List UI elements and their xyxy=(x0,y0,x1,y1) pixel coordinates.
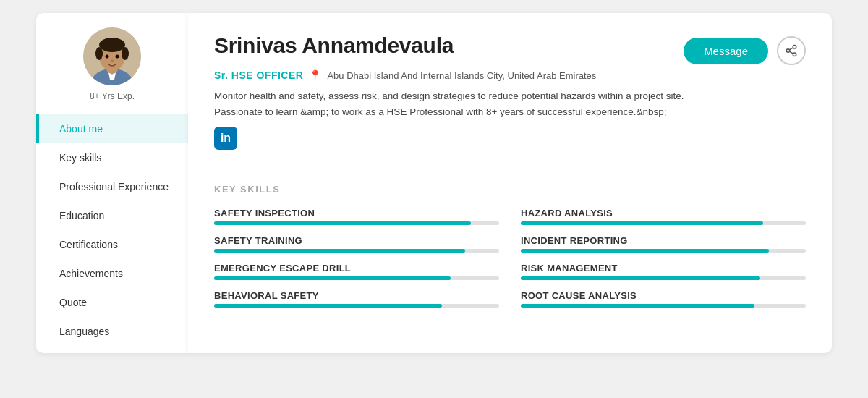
skill-bar-bg xyxy=(521,221,806,225)
svg-point-8 xyxy=(106,55,109,59)
skill-bar-fill xyxy=(214,276,451,280)
skills-section: KEY SKILLS SAFETY INSPECTION Hazard Anal… xyxy=(188,166,832,325)
skill-bar-bg xyxy=(214,276,499,280)
skills-section-title: KEY SKILLS xyxy=(214,184,806,195)
skill-bar-fill xyxy=(521,276,760,280)
profile-location: Abu Dhabi Island And Internal Islands Ci… xyxy=(327,70,596,81)
location-icon: 📍 xyxy=(309,69,321,81)
skill-name: Hazard Analysis xyxy=(521,208,806,219)
skill-item: Emergency Escape Drill xyxy=(214,263,499,280)
profile-top: Srinivas Annamdevaula Message xyxy=(214,33,806,65)
skill-bar-bg xyxy=(214,221,499,225)
sidebar-item-certifications[interactable]: Certifications xyxy=(36,230,188,259)
main-content: Srinivas Annamdevaula Message Sr. HSE OF… xyxy=(188,13,832,353)
skill-name: Risk Management xyxy=(521,263,806,274)
exp-label: 8+ Yrs Exp. xyxy=(90,91,135,101)
svg-point-13 xyxy=(793,53,796,56)
skill-name: Emergency Escape Drill xyxy=(214,263,499,274)
skill-item: Hazard Analysis xyxy=(521,208,806,225)
profile-bio: Monitor health and safety, assess risk, … xyxy=(214,88,706,119)
svg-point-7 xyxy=(122,47,129,60)
sidebar-item-about-me[interactable]: About me xyxy=(36,114,188,143)
skill-bar-fill xyxy=(521,221,763,225)
svg-point-12 xyxy=(786,49,790,53)
profile-actions: Message xyxy=(684,36,806,65)
skill-bar-bg xyxy=(521,276,806,280)
skill-bar-fill xyxy=(521,249,769,253)
avatar-container: 8+ Yrs Exp. xyxy=(83,27,141,101)
svg-point-11 xyxy=(793,46,796,49)
skill-bar-fill xyxy=(214,221,471,225)
sidebar-item-achievements[interactable]: Achievements xyxy=(36,259,188,288)
skill-bar-fill xyxy=(214,304,442,308)
svg-point-5 xyxy=(99,38,125,52)
skill-item: SAFETY INSPECTION xyxy=(214,208,499,225)
share-button[interactable] xyxy=(777,36,806,65)
skill-bar-bg xyxy=(214,304,499,308)
skill-bar-bg xyxy=(214,249,499,253)
message-button[interactable]: Message xyxy=(684,38,768,64)
skill-bar-fill xyxy=(214,249,465,253)
svg-point-6 xyxy=(95,47,103,60)
avatar xyxy=(83,27,141,85)
skill-item: Behavioral Safety xyxy=(214,290,499,308)
sidebar-item-professional-experience[interactable]: Professional Experience xyxy=(36,172,188,201)
skill-name: Root Cause Analysis xyxy=(521,290,806,301)
nav-list: About me Key skills Professional Experie… xyxy=(36,114,188,346)
skill-name: SAFETY INSPECTION xyxy=(214,208,499,219)
skill-name: Behavioral Safety xyxy=(214,290,499,301)
svg-line-14 xyxy=(789,51,793,54)
skill-item: Risk Management xyxy=(521,263,806,280)
skill-bar-fill xyxy=(521,304,754,308)
svg-line-15 xyxy=(789,48,793,50)
sidebar-item-quote[interactable]: Quote xyxy=(36,288,188,317)
page-wrapper: 8+ Yrs Exp. About me Key skills Professi… xyxy=(36,13,832,353)
profile-title: Sr. HSE OFFICER xyxy=(214,69,303,81)
skill-bar-bg xyxy=(521,249,806,253)
linkedin-badge[interactable]: in xyxy=(214,127,237,150)
sidebar-item-education[interactable]: Education xyxy=(36,201,188,230)
sidebar: 8+ Yrs Exp. About me Key skills Professi… xyxy=(36,13,188,353)
profile-title-row: Sr. HSE OFFICER 📍 Abu Dhabi Island And I… xyxy=(214,69,806,81)
skill-name: Safety Training xyxy=(214,235,499,246)
skill-name: Incident Reporting xyxy=(521,235,806,246)
skill-bar-bg xyxy=(521,304,806,308)
svg-point-10 xyxy=(111,60,114,62)
skills-grid: SAFETY INSPECTION Hazard Analysis Safety… xyxy=(214,208,806,308)
sidebar-item-key-skills[interactable]: Key skills xyxy=(36,143,188,172)
skill-item: Root Cause Analysis xyxy=(521,290,806,308)
skill-item: Safety Training xyxy=(214,235,499,253)
sidebar-item-languages[interactable]: Languages xyxy=(36,317,188,346)
skill-item: Incident Reporting xyxy=(521,235,806,253)
svg-point-9 xyxy=(116,55,119,59)
profile-name: Srinivas Annamdevaula xyxy=(214,33,454,58)
profile-header: Srinivas Annamdevaula Message Sr. HSE OF… xyxy=(188,13,832,166)
